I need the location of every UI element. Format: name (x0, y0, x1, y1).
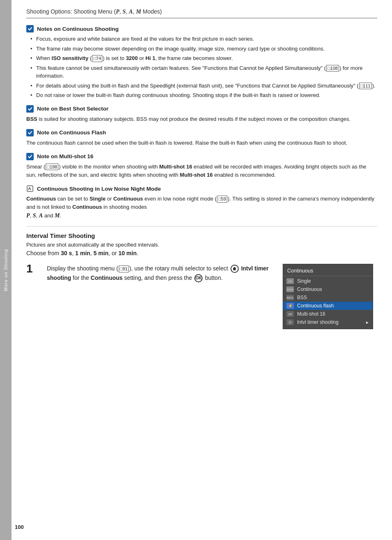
bss-title-row: Note on Best Shot Selector (26, 105, 377, 113)
menu-item-continuous-flash[interactable]: ⚡ Continuous flash (283, 302, 373, 310)
menu-label-continuous: Continuous (297, 286, 322, 292)
menu-label-intvl: Intvl timer shooting (297, 319, 339, 325)
continuous-flash-body: The continuous flash cannot be used when… (26, 139, 377, 147)
continuous-flash-title-row: Note on Continuous Flash (26, 129, 377, 136)
menu-arrow-intvl: ► (365, 320, 369, 325)
menu-icon-intvl: ◷ (286, 319, 294, 325)
notes-continuous-title-row: Notes on Continuous Shooting (26, 25, 377, 32)
menu-icon-cf: ⚡ (286, 303, 294, 309)
nav-selector-icon: ◉ (231, 265, 239, 273)
check-icon-flash (26, 129, 34, 136)
bullet-3: When ISO sensitivity (□74) is set to 320… (30, 54, 377, 62)
interval-timer-section: Interval Timer Shooting Pictures are sho… (26, 232, 377, 256)
divider (26, 226, 377, 226)
header-mode-s: S (122, 9, 126, 15)
page-header: Shooting Options: Shooting Menu (P, S, A… (26, 8, 377, 18)
header-title-end: Modes) (141, 8, 162, 15)
menu-item-single[interactable]: ▭ Single (283, 277, 373, 285)
menu-title: Continuous (283, 267, 373, 276)
bullet-1: Focus, exposure and white balance are fi… (30, 35, 377, 43)
multishot-title-row: Note on Multi-shot 16 (26, 153, 377, 160)
side-tab: More on Shooting (0, 0, 12, 540)
menu-item-multishot[interactable]: 16 Multi-shot 16 (283, 310, 373, 318)
low-noise-heading: Continuous Shooting in Low Noise Night M… (37, 186, 161, 192)
menu-label-multishot: Multi-shot 16 (297, 311, 325, 317)
header-modes: P (116, 9, 120, 15)
check-icon-multishot (26, 153, 34, 160)
bss-heading: Note on Best Shot Selector (37, 106, 108, 112)
notes-continuous-bullets: Focus, exposure and white balance are fi… (26, 35, 377, 99)
section-notes-continuous: Notes on Continuous Shooting Focus, expo… (26, 25, 377, 99)
step-1-number: 1 (26, 262, 39, 275)
header-mode-a: A (129, 9, 133, 15)
menu-label-continuous-flash: Continuous flash (297, 303, 334, 309)
menu-icon-multishot: 16 (286, 311, 294, 317)
section-multishot: Note on Multi-shot 16 Smear (□198) visib… (26, 153, 377, 179)
step-1-text: Display the shooting menu (□91), use the… (47, 264, 274, 282)
bss-body: BSS is suited for shooting stationary su… (26, 115, 377, 123)
main-content: Shooting Options: Shooting Menu (P, S, A… (12, 0, 392, 540)
menu-icon-continuous: ▭▭ (286, 286, 294, 292)
bullet-6: Do not raise or lower the built-in flash… (30, 91, 377, 99)
bullet-2: The frame rate may become slower dependi… (30, 45, 377, 53)
check-icon-notes-continuous (26, 25, 34, 32)
interval-choose-line: Choose from 30 s, 1 min, 5 min, or 10 mi… (26, 250, 377, 256)
page-wrapper: More on Shooting Shooting Options: Shoot… (0, 0, 392, 540)
notes-continuous-heading: Notes on Continuous Shooting (37, 26, 119, 32)
check-icon-bss (26, 105, 34, 113)
menu-label-single: Single (297, 278, 311, 284)
menu-icon-bss: BSS (286, 295, 294, 300)
section-low-noise: Continuous Shooting in Low Noise Night M… (26, 185, 377, 220)
page-number: 100 (15, 524, 24, 530)
section-bss: Note on Best Shot Selector BSS is suited… (26, 105, 377, 123)
menu-box: Continuous ▭ Single ▭▭ Continuous BSS BS… (283, 264, 373, 329)
interval-timer-title: Interval Timer Shooting (26, 232, 377, 239)
menu-label-bss: BSS (297, 295, 307, 300)
multishot-heading: Note on Multi-shot 16 (37, 153, 93, 159)
header-title-start: Shooting Options: Shooting Menu ( (26, 8, 116, 15)
header-mode-m: M (136, 9, 141, 15)
step-1-row: 1 Display the shooting menu (□91), use t… (26, 264, 377, 329)
menu-item-continuous[interactable]: ▭▭ Continuous (283, 285, 373, 293)
step-1-screenshot: Continuous ▭ Single ▭▭ Continuous BSS BS… (283, 264, 377, 329)
menu-item-intvl[interactable]: ◷ Intvl timer shooting ► (283, 318, 373, 326)
continuous-flash-heading: Note on Continuous Flash (37, 129, 106, 136)
bullet-4: This feature cannot be used simultaneous… (30, 64, 377, 80)
side-tab-label: More on Shooting (3, 249, 8, 291)
section-continuous-flash: Note on Continuous Flash The continuous … (26, 129, 377, 147)
interval-body-text: Pictures are shot automatically at the s… (26, 242, 159, 248)
menu-icon-single: ▭ (286, 278, 294, 284)
ok-button-icon: OK (194, 274, 203, 282)
interval-timer-body: Pictures are shot automatically at the s… (26, 241, 377, 249)
menu-item-bss[interactable]: BSS BSS (283, 293, 373, 302)
low-noise-title-row: Continuous Shooting in Low Noise Night M… (26, 185, 377, 192)
pencil-icon-low-noise (26, 185, 34, 192)
multishot-body: Smear (□198) visible in the monitor when… (26, 163, 377, 179)
bullet-5: For details about using the built-in fla… (30, 82, 377, 90)
low-noise-body: Continuous can be set to Single or Conti… (26, 195, 377, 220)
